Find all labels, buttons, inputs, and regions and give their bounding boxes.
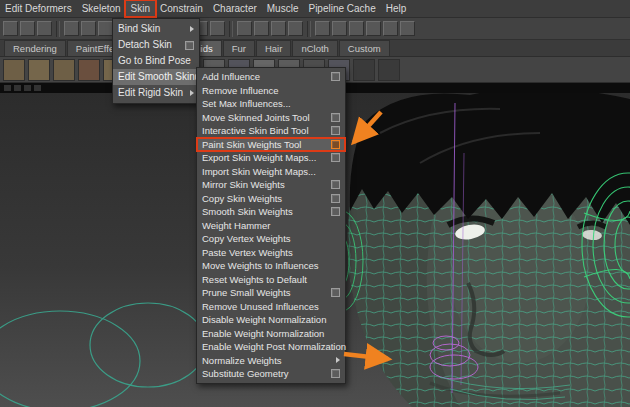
menu-edit-deformers[interactable]: Edit Deformers: [0, 1, 77, 16]
shelf-button[interactable]: [78, 59, 100, 81]
submenu-arrow-icon: [190, 90, 194, 96]
toolbar-button[interactable]: [98, 21, 113, 36]
option-box-icon[interactable]: [331, 153, 340, 162]
option-box-icon[interactable]: [331, 194, 340, 203]
shelf-button[interactable]: [3, 59, 25, 81]
menu-item-set-max-influences[interactable]: Set Max Influences...: [197, 97, 345, 111]
menu-item-add-influence[interactable]: Add Influence: [197, 70, 345, 84]
toolbar-separator: [307, 21, 311, 37]
option-box-icon[interactable]: [331, 288, 340, 297]
menu-help[interactable]: Help: [381, 1, 412, 16]
shelf-button[interactable]: [28, 59, 50, 81]
status-line-toolbar: [0, 18, 630, 40]
menu-item-normalize-weights[interactable]: Normalize Weights: [197, 354, 345, 368]
menu-item-go-to-bind-pose[interactable]: Go to Bind Pose: [113, 53, 199, 69]
toolbar-button[interactable]: [20, 21, 35, 36]
panel-icon[interactable]: [4, 85, 11, 91]
menu-muscle[interactable]: Muscle: [262, 1, 304, 16]
option-box-icon[interactable]: [331, 140, 340, 149]
toolbar-button[interactable]: [37, 21, 52, 36]
toolbar-button[interactable]: [81, 21, 96, 36]
toolbar-button[interactable]: [271, 21, 286, 36]
toolbar-button[interactable]: [288, 21, 303, 36]
toolbar-button[interactable]: [400, 21, 415, 36]
menu-item-interactive-skin-bind-tool[interactable]: Interactive Skin Bind Tool: [197, 124, 345, 138]
option-box-icon[interactable]: [331, 207, 340, 216]
toolbar-button[interactable]: [383, 21, 398, 36]
menu-skin[interactable]: Skin: [126, 1, 155, 16]
menu-item-remove-unused-influences[interactable]: Remove Unused Influences: [197, 300, 345, 314]
menu-item-enable-weight-post-normalization[interactable]: Enable Weight Post Normalization: [197, 340, 345, 354]
menu-item-smooth-skin-weights[interactable]: Smooth Skin Weights: [197, 205, 345, 219]
menu-item-copy-vertex-weights[interactable]: Copy Vertex Weights: [197, 232, 345, 246]
shelf-button[interactable]: [378, 59, 400, 81]
character-model: [321, 93, 630, 407]
shelf-tab-custom[interactable]: Custom: [339, 40, 390, 56]
toolbar-button[interactable]: [366, 21, 381, 36]
option-box-icon[interactable]: [331, 113, 340, 122]
menu-item-edit-smooth-skin[interactable]: Edit Smooth Skin: [113, 69, 199, 85]
shelf-button[interactable]: [53, 59, 75, 81]
menu-item-export-skin-weight-maps[interactable]: Export Skin Weight Maps...: [197, 151, 345, 165]
panel-icon[interactable]: [24, 85, 31, 91]
menu-item-weight-hammer[interactable]: Weight Hammer: [197, 219, 345, 233]
menu-character[interactable]: Character: [208, 1, 262, 16]
menu-item-move-weights-to-influences[interactable]: Move Weights to Influences: [197, 259, 345, 273]
menu-item-copy-skin-weights[interactable]: Copy Skin Weights: [197, 192, 345, 206]
option-box-icon[interactable]: [331, 369, 340, 378]
toolbar-button[interactable]: [349, 21, 364, 36]
menu-item-substitute-geometry[interactable]: Substitute Geometry: [197, 367, 345, 381]
menu-constrain[interactable]: Constrain: [155, 1, 208, 16]
menu-item-disable-weight-normalization[interactable]: Disable Weight Normalization: [197, 313, 345, 327]
option-box-icon[interactable]: [331, 72, 340, 81]
maya-window: Edit Deformers Skeleton Skin Constrain C…: [0, 0, 630, 407]
menu-item-paste-vertex-weights[interactable]: Paste Vertex Weights: [197, 246, 345, 260]
skin-dropdown-menu: Bind Skin Detach Skin Go to Bind Pose Ed…: [112, 18, 200, 104]
option-box-icon[interactable]: [331, 126, 340, 135]
option-box-icon[interactable]: [331, 180, 340, 189]
menu-item-import-skin-weight-maps[interactable]: Import Skin Weight Maps...: [197, 165, 345, 179]
option-box-icon[interactable]: [185, 41, 194, 50]
menu-item-reset-weights-to-default[interactable]: Reset Weights to Default: [197, 273, 345, 287]
main-menu-bar: Edit Deformers Skeleton Skin Constrain C…: [0, 0, 630, 18]
menu-item-mirror-skin-weights[interactable]: Mirror Skin Weights: [197, 178, 345, 192]
panel-icon[interactable]: [34, 85, 41, 91]
toolbar-button[interactable]: [332, 21, 347, 36]
shelf-button[interactable]: [353, 59, 375, 81]
toolbar-separator: [229, 21, 233, 37]
submenu-arrow-icon: [336, 357, 340, 363]
menu-item-bind-skin[interactable]: Bind Skin: [113, 21, 199, 37]
menu-item-move-skinned-joints-tool[interactable]: Move Skinned Joints Tool: [197, 111, 345, 125]
toolbar-button[interactable]: [64, 21, 79, 36]
shelf-tab-rendering[interactable]: Rendering: [4, 40, 66, 56]
shelf-tab-fur[interactable]: Fur: [223, 40, 255, 56]
panel-icon[interactable]: [14, 85, 21, 91]
shelf-tab-ncloth[interactable]: nCloth: [292, 40, 337, 56]
toolbar-button[interactable]: [210, 21, 225, 36]
shelf-tab-hair[interactable]: Hair: [256, 40, 291, 56]
menu-item-enable-weight-normalization[interactable]: Enable Weight Normalization: [197, 327, 345, 341]
toolbar-button[interactable]: [237, 21, 252, 36]
toolbar-button[interactable]: [315, 21, 330, 36]
menu-skeleton[interactable]: Skeleton: [77, 1, 126, 16]
menu-item-paint-skin-weights-tool[interactable]: Paint Skin Weights Tool: [197, 138, 345, 152]
menu-item-edit-rigid-skin[interactable]: Edit Rigid Skin: [113, 85, 199, 101]
toolbar-button[interactable]: [254, 21, 269, 36]
toolbar-separator: [56, 21, 60, 37]
menu-item-detach-skin[interactable]: Detach Skin: [113, 37, 199, 53]
toolbar-button[interactable]: [3, 21, 18, 36]
menu-item-prune-small-weights[interactable]: Prune Small Weights: [197, 286, 345, 300]
shelf-tab-bar: Rendering PaintEffects Fluids Fur Hair n…: [0, 40, 630, 57]
menu-item-remove-influence[interactable]: Remove Influence: [197, 84, 345, 98]
submenu-arrow-icon: [190, 26, 194, 32]
edit-smooth-skin-submenu: Add Influence Remove Influence Set Max I…: [196, 67, 346, 384]
menu-pipeline-cache[interactable]: Pipeline Cache: [303, 1, 380, 16]
